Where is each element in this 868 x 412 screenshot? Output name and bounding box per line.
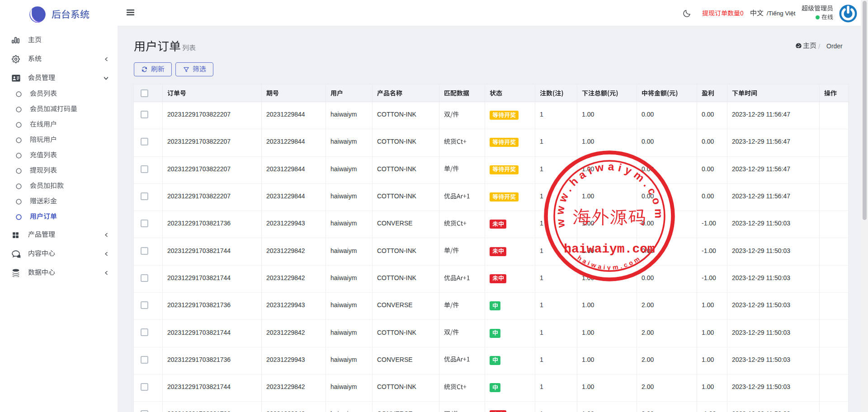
svg-text:haiwaiym.com: haiwaiym.com [564,242,655,256]
svg-text:www.haiwaiym.com: www.haiwaiym.com [553,160,665,229]
svg-text:haiwaiym.com: haiwaiym.com [576,254,643,271]
